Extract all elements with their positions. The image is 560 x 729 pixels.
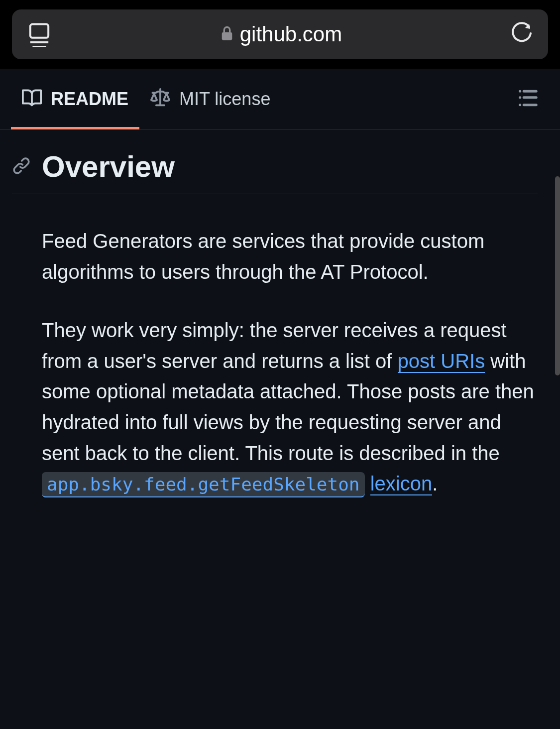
page-content: README MIT license Overview: [0, 69, 560, 547]
svg-rect-0: [30, 24, 48, 38]
code-getfeedskeleton: app.bsky.feed.getFeedSkeleton: [42, 472, 365, 497]
readme-content: Overview Feed Generators are services th…: [0, 129, 560, 547]
tab-readme-label: README: [51, 89, 128, 110]
lock-icon: [220, 25, 234, 43]
link-lexicon[interactable]: lexicon: [370, 473, 433, 495]
tabs-icon[interactable]: [27, 22, 52, 47]
url-bar[interactable]: github.com: [12, 9, 548, 59]
para2-text-c: .: [432, 473, 438, 494]
readme-tabs: README MIT license: [0, 69, 560, 129]
outline-icon[interactable]: [518, 88, 538, 110]
url-text: github.com: [240, 22, 342, 46]
paragraph-2: They work very simply: the server receiv…: [42, 315, 538, 499]
tab-license[interactable]: MIT license: [139, 69, 281, 129]
tab-license-label: MIT license: [179, 89, 270, 110]
book-icon: [22, 88, 42, 110]
heading-text: Overview: [42, 149, 175, 184]
tab-readme[interactable]: README: [11, 69, 139, 129]
url-display[interactable]: github.com: [52, 22, 510, 46]
scrollbar[interactable]: [555, 176, 560, 375]
link-post-uris[interactable]: post URIs: [398, 350, 485, 373]
refresh-icon[interactable]: [510, 22, 533, 47]
svg-rect-3: [222, 32, 232, 40]
browser-address-bar: github.com: [0, 0, 560, 69]
link-lexicon-code[interactable]: app.bsky.feed.getFeedSkeleton: [42, 473, 365, 494]
anchor-link-icon[interactable]: [12, 156, 31, 177]
heading-overview: Overview: [12, 149, 538, 194]
law-icon: [150, 88, 170, 110]
paragraph-1: Feed Generators are services that provid…: [42, 226, 538, 287]
